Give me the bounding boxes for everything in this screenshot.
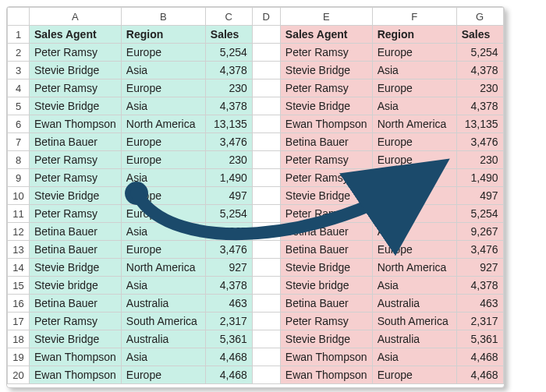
cell[interactable]: Europe bbox=[121, 151, 205, 169]
row-header[interactable]: 18 bbox=[8, 330, 30, 348]
cell[interactable]: 5,361 bbox=[456, 330, 503, 348]
spreadsheet-grid[interactable]: A B C D E F G 1 Sales Agent Region Sales bbox=[7, 7, 504, 384]
cell[interactable]: 3,476 bbox=[456, 133, 503, 151]
cell[interactable]: Stevie Bridge bbox=[280, 62, 372, 79]
cell[interactable]: 2,317 bbox=[205, 313, 252, 330]
cell[interactable]: 5,254 bbox=[205, 44, 252, 62]
row-header[interactable]: 9 bbox=[8, 169, 30, 187]
cell[interactable]: Europe bbox=[121, 241, 205, 259]
cell[interactable]: Sales bbox=[205, 26, 252, 44]
cell[interactable]: South America bbox=[121, 313, 205, 330]
cell[interactable]: 463 bbox=[456, 295, 503, 313]
cell[interactable]: Stevie Bridge bbox=[30, 259, 122, 277]
cell[interactable]: Ewan Thompson bbox=[280, 348, 372, 366]
cell[interactable]: Betina Bauer bbox=[30, 133, 122, 151]
col-header-A[interactable]: A bbox=[30, 8, 122, 26]
cell[interactable]: Europe bbox=[372, 151, 456, 169]
row-header[interactable]: 7 bbox=[8, 133, 30, 151]
cell[interactable]: Peter Ramsy bbox=[30, 151, 122, 169]
cell[interactable]: Stevie Bridge bbox=[280, 259, 372, 277]
cell[interactable] bbox=[252, 259, 280, 277]
cell[interactable]: Stevie bridge bbox=[280, 277, 372, 295]
cell[interactable]: Asia bbox=[121, 97, 205, 115]
cell[interactable]: Asia bbox=[121, 348, 205, 366]
col-header-C[interactable]: C bbox=[205, 8, 252, 26]
cell[interactable]: 3,476 bbox=[205, 241, 252, 259]
cell[interactable] bbox=[252, 187, 280, 205]
cell[interactable]: Stevie bridge bbox=[30, 277, 122, 295]
cell[interactable]: 3,476 bbox=[205, 133, 252, 151]
cell[interactable] bbox=[252, 26, 280, 44]
cell[interactable] bbox=[252, 241, 280, 259]
cell[interactable]: 1,490 bbox=[205, 169, 252, 187]
cell[interactable]: 463 bbox=[205, 295, 252, 313]
cell[interactable]: 927 bbox=[205, 259, 252, 277]
cell[interactable] bbox=[252, 79, 280, 97]
cell[interactable]: Stevie Bridge bbox=[30, 62, 122, 79]
row-header[interactable]: 20 bbox=[8, 366, 30, 384]
cell[interactable] bbox=[252, 295, 280, 313]
cell[interactable]: Betina Bauer bbox=[30, 241, 122, 259]
cell[interactable]: 230 bbox=[456, 151, 503, 169]
cell[interactable]: Stevie Bridge bbox=[280, 187, 372, 205]
row-header[interactable]: 4 bbox=[8, 79, 30, 97]
cell[interactable]: Betina Bauer bbox=[280, 223, 372, 241]
cell[interactable]: Peter Ramsy bbox=[30, 205, 122, 223]
cell[interactable]: Asia bbox=[372, 348, 456, 366]
cell[interactable]: Peter Ramsy bbox=[280, 151, 372, 169]
cell[interactable]: Asia bbox=[372, 169, 456, 187]
cell[interactable]: Stevie Bridge bbox=[280, 330, 372, 348]
cell[interactable]: Peter Ramsy bbox=[30, 44, 122, 62]
cell[interactable]: Australia bbox=[121, 295, 205, 313]
cell[interactable] bbox=[252, 330, 280, 348]
row-header[interactable]: 11 bbox=[8, 205, 30, 223]
cell[interactable]: Sales bbox=[456, 26, 503, 44]
cell[interactable]: Europe bbox=[372, 366, 456, 384]
cell[interactable]: Betina Bauer bbox=[30, 295, 122, 313]
cell[interactable]: Peter Ramsy bbox=[30, 313, 122, 330]
cell[interactable]: Region bbox=[372, 26, 456, 44]
cell[interactable]: 230 bbox=[205, 79, 252, 97]
cell[interactable] bbox=[252, 115, 280, 133]
cell[interactable]: 9,267 bbox=[205, 223, 252, 241]
cell[interactable]: Sales Agent bbox=[30, 26, 122, 44]
cell[interactable]: 3,476 bbox=[456, 241, 503, 259]
cell[interactable]: North America bbox=[121, 115, 205, 133]
cell[interactable]: Asia bbox=[121, 277, 205, 295]
cell[interactable]: 2,317 bbox=[456, 313, 503, 330]
cell[interactable]: Stevie Bridge bbox=[280, 97, 372, 115]
cell[interactable]: Europe bbox=[121, 133, 205, 151]
cell[interactable] bbox=[252, 151, 280, 169]
cell[interactable]: 4,468 bbox=[205, 348, 252, 366]
cell[interactable]: Europe bbox=[372, 133, 456, 151]
cell[interactable]: Peter Ramsy bbox=[280, 79, 372, 97]
cell[interactable] bbox=[252, 277, 280, 295]
cell[interactable]: Australia bbox=[372, 330, 456, 348]
row-header[interactable]: 6 bbox=[8, 115, 30, 133]
column-header-row[interactable]: A B C D E F G bbox=[8, 8, 504, 26]
cell[interactable]: 5,254 bbox=[456, 44, 503, 62]
select-all-corner[interactable] bbox=[8, 8, 30, 26]
cell[interactable]: North America bbox=[372, 259, 456, 277]
cell[interactable]: Asia bbox=[121, 169, 205, 187]
cell[interactable]: Asia bbox=[121, 62, 205, 79]
row-header[interactable]: 14 bbox=[8, 259, 30, 277]
cell[interactable]: 4,378 bbox=[456, 62, 503, 79]
cell[interactable] bbox=[252, 313, 280, 330]
cell[interactable]: Asia bbox=[372, 277, 456, 295]
cell[interactable]: 927 bbox=[456, 259, 503, 277]
cell[interactable]: South America bbox=[372, 313, 456, 330]
cell[interactable]: Asia bbox=[372, 97, 456, 115]
cell[interactable]: 4,468 bbox=[456, 366, 503, 384]
row-header[interactable]: 8 bbox=[8, 151, 30, 169]
cell[interactable]: 1,490 bbox=[456, 169, 503, 187]
cell[interactable] bbox=[252, 62, 280, 79]
cell[interactable]: 13,135 bbox=[456, 115, 503, 133]
cell[interactable]: 9,267 bbox=[456, 223, 503, 241]
cell[interactable]: 4,378 bbox=[205, 277, 252, 295]
cell[interactable]: Peter Ramsy bbox=[280, 205, 372, 223]
cell[interactable]: Ewan Thompson bbox=[280, 115, 372, 133]
cell[interactable]: Betina Bauer bbox=[30, 223, 122, 241]
cell[interactable]: Europe bbox=[372, 241, 456, 259]
cell[interactable]: Asia bbox=[372, 223, 456, 241]
